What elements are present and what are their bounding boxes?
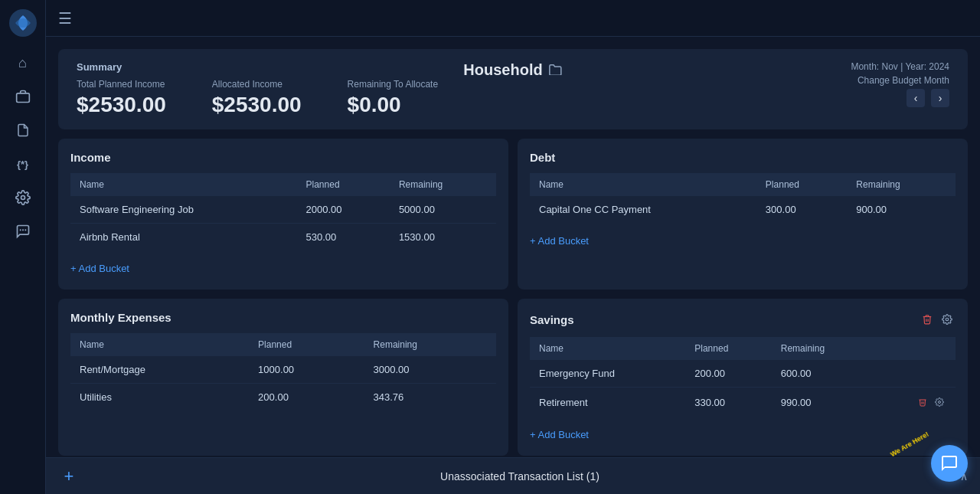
table-row: Emergency Fund 200.00 600.00	[530, 360, 956, 388]
expenses-col-remaining: Remaining	[364, 333, 496, 356]
row-delete-icon[interactable]	[916, 395, 929, 409]
budget-nav: ‹ ›	[851, 89, 949, 107]
household-name: Household	[463, 61, 542, 79]
savings-row-actions	[874, 360, 956, 388]
sidebar-item-document[interactable]	[9, 116, 37, 144]
debt-row-name: Capital One CC Payment	[530, 196, 756, 223]
household-header: Household	[463, 61, 562, 79]
main-content: ☰ Summary Household Month: Nov | Year: 2…	[46, 0, 980, 494]
table-row: Software Engineering Job 2000.00 5000.00	[70, 196, 496, 224]
debt-col-name: Name	[530, 173, 756, 196]
remaining-to-allocate-label: Remaining To Allocate	[348, 79, 439, 90]
income-row-planned: 530.00	[297, 224, 390, 251]
income-col-planned: Planned	[297, 173, 390, 196]
prev-month-button[interactable]: ‹	[906, 89, 925, 107]
logo	[9, 9, 37, 37]
svg-point-4	[939, 401, 941, 404]
expense-row-planned: 200.00	[249, 384, 364, 411]
savings-delete-icon[interactable]	[919, 311, 936, 328]
summary-stats: Total Planned Income $2530.00 Allocated …	[77, 79, 949, 117]
expense-row-planned: 1000.00	[249, 356, 364, 384]
debt-col-planned: Planned	[756, 173, 847, 196]
savings-header-icons	[919, 311, 956, 328]
month-year-section: Month: Nov | Year: 2024 Change Budget Mo…	[851, 61, 949, 107]
chat-widget-button[interactable]	[931, 445, 968, 482]
income-col-remaining: Remaining	[390, 173, 496, 196]
income-col-name: Name	[70, 173, 297, 196]
content-area: Summary Household Month: Nov | Year: 202…	[46, 37, 980, 457]
income-section: Income Name Planned Remaining Software E…	[58, 139, 508, 290]
add-transaction-button[interactable]: +	[58, 466, 80, 487]
savings-header-row: Savings	[530, 311, 956, 328]
savings-row-name: Emergency Fund	[530, 360, 685, 388]
sidebar: ⌂ {*}	[0, 0, 46, 494]
month-year-label: Month: Nov | Year: 2024	[851, 61, 949, 72]
allocated-income-value: $2530.00	[212, 93, 302, 117]
change-budget-label: Change Budget Month	[851, 75, 949, 86]
total-planned-income-value: $2530.00	[77, 93, 166, 117]
summary-card: Summary Household Month: Nov | Year: 202…	[58, 49, 968, 129]
savings-col-planned: Planned	[685, 337, 771, 360]
savings-col-actions	[874, 337, 956, 360]
savings-row-remaining: 990.00	[772, 388, 874, 417]
income-row-name: Airbnb Rental	[70, 224, 297, 251]
sidebar-item-settings[interactable]	[9, 184, 37, 211]
expense-row-name: Utilities	[70, 384, 249, 411]
debt-col-remaining: Remaining	[847, 173, 956, 196]
debt-section: Debt Name Planned Remaining Capital One …	[518, 139, 968, 290]
expense-row-name: Rent/Mortgage	[70, 356, 249, 384]
income-add-bucket[interactable]: + Add Bucket	[70, 260, 129, 277]
sidebar-item-asterisk[interactable]: {*}	[9, 150, 37, 178]
debt-row-remaining: 900.00	[847, 196, 956, 223]
savings-row-actions	[874, 388, 956, 417]
svg-point-2	[21, 196, 24, 200]
total-planned-income-stat: Total Planned Income $2530.00	[77, 79, 166, 117]
savings-row-remaining: 600.00	[772, 360, 874, 388]
table-row: Rent/Mortgage 1000.00 3000.00	[70, 356, 496, 384]
savings-col-name: Name	[530, 337, 685, 360]
table-row: Utilities 200.00 343.76	[70, 384, 496, 411]
svg-rect-1	[16, 93, 29, 103]
topbar: ☰	[46, 0, 980, 37]
savings-section: Savings	[518, 299, 968, 456]
debt-add-bucket[interactable]: + Add Bucket	[530, 232, 589, 250]
sidebar-item-home[interactable]: ⌂	[9, 49, 37, 77]
savings-add-bucket[interactable]: + Add Bucket	[530, 426, 589, 443]
hamburger-menu[interactable]: ☰	[58, 9, 72, 28]
income-row-planned: 2000.00	[297, 196, 390, 224]
allocated-income-stat: Allocated Income $2530.00	[212, 79, 302, 117]
svg-point-3	[946, 318, 949, 321]
unassociated-transaction-title: Unassociated Transaction List (1)	[92, 470, 948, 483]
remaining-to-allocate-stat: Remaining To Allocate $0.00	[348, 79, 439, 117]
savings-row-planned: 200.00	[685, 360, 771, 388]
total-planned-income-label: Total Planned Income	[77, 79, 166, 90]
income-row-name: Software Engineering Job	[70, 196, 297, 224]
sidebar-item-briefcase[interactable]	[9, 83, 37, 110]
savings-col-remaining: Remaining	[772, 337, 874, 360]
row-settings-icon[interactable]	[933, 395, 946, 409]
savings-title: Savings	[530, 313, 574, 326]
income-table: Name Planned Remaining Software Engineer…	[70, 173, 496, 250]
monthly-expenses-table: Name Planned Remaining Rent/Mortgage 100…	[70, 333, 496, 411]
monthly-expenses-section: Monthly Expenses Name Planned Remaining …	[58, 299, 508, 456]
two-column-layout: Income Name Planned Remaining Software E…	[58, 139, 968, 456]
income-row-remaining: 5000.00	[390, 196, 496, 224]
expenses-col-planned: Planned	[249, 333, 364, 356]
savings-settings-icon[interactable]	[939, 311, 956, 328]
debt-row-planned: 300.00	[756, 196, 847, 223]
next-month-button[interactable]: ›	[931, 89, 949, 107]
savings-row-name: Retirement	[530, 388, 685, 417]
income-title: Income	[70, 151, 496, 164]
table-row: Retirement 330.00 990.00	[530, 388, 956, 417]
table-row: Airbnb Rental 530.00 1530.00	[70, 224, 496, 251]
expense-row-remaining: 3000.00	[364, 356, 496, 384]
folder-icon[interactable]	[549, 63, 563, 78]
savings-row-planned: 330.00	[685, 388, 771, 417]
debt-title: Debt	[530, 151, 956, 164]
income-row-remaining: 1530.00	[390, 224, 496, 251]
savings-table: Name Planned Remaining Emergency Fund 20…	[530, 337, 956, 417]
table-row: Capital One CC Payment 300.00 900.00	[530, 196, 956, 223]
expense-row-remaining: 343.76	[364, 384, 496, 411]
expenses-col-name: Name	[70, 333, 249, 356]
sidebar-item-feedback[interactable]	[9, 218, 37, 245]
